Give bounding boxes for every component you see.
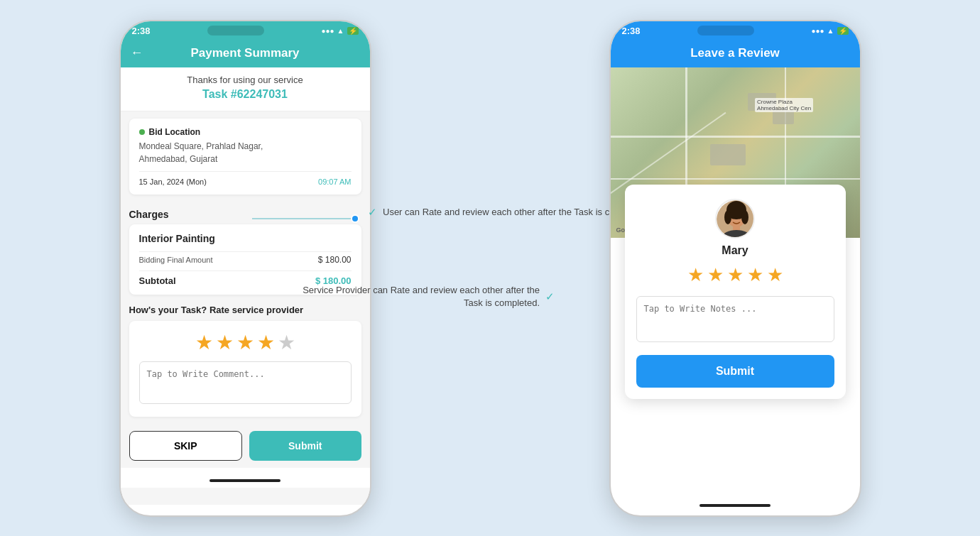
review-star-2[interactable]: ★ xyxy=(707,264,724,286)
star-1[interactable]: ★ xyxy=(195,331,213,354)
review-star-4[interactable]: ★ xyxy=(747,264,763,286)
charges-section: Charges Interior Painting Bidding Final … xyxy=(121,202,370,297)
reviewer-name: Mary xyxy=(636,244,834,257)
green-dot-icon xyxy=(139,129,145,135)
bid-location-label: Bid Location xyxy=(139,127,352,137)
task-number: Task #62247031 xyxy=(132,88,359,101)
submit-button-right[interactable]: Submit xyxy=(636,355,834,388)
svg-point-9 xyxy=(741,210,748,224)
review-star-5[interactable]: ★ xyxy=(767,264,783,286)
left-phone: 2:38 ●●● ▲ ⚡ ← Payment Summary Thanks fo… xyxy=(119,20,371,517)
comment-input[interactable] xyxy=(139,361,352,404)
review-star-3[interactable]: ★ xyxy=(727,264,744,286)
left-stars-row[interactable]: ★ ★ ★ ★ ★ xyxy=(139,331,352,354)
svg-point-13 xyxy=(739,215,741,219)
submit-button-left[interactable]: Submit xyxy=(249,431,361,461)
rating-card: ★ ★ ★ ★ ★ xyxy=(129,321,361,417)
home-indicator xyxy=(121,468,370,488)
location-time: 09:07 AM xyxy=(318,177,351,186)
right-home-bar xyxy=(699,504,771,507)
star-4[interactable]: ★ xyxy=(257,331,275,354)
location-address: Mondeal Square, Prahlad Nagar, Ahmedabad… xyxy=(139,140,352,165)
location-card: Bid Location Mondeal Square, Prahlad Nag… xyxy=(129,119,361,195)
charge-row: Bidding Final Amount $ 180.00 xyxy=(139,251,352,268)
home-bar xyxy=(209,479,281,482)
svg-point-8 xyxy=(724,210,731,224)
bottom-annotation: ✓ Service Provider can Rate and review e… xyxy=(284,284,555,310)
top-annotation: ✓ User can Rate and review each other af… xyxy=(368,206,650,219)
map-label-crowne: Crowne PlazaAhmedabad City Cen xyxy=(755,98,813,112)
bottom-check-icon: ✓ xyxy=(545,290,555,303)
right-time: 2:38 xyxy=(622,26,641,36)
reviewer-avatar xyxy=(715,199,755,239)
right-status-bar: 2:38 ●●● ▲ ⚡ xyxy=(611,21,860,39)
right-phone: 2:38 ●●● ▲ ⚡ Leave a Review Crowne Plaza… xyxy=(609,20,861,517)
review-stars-row[interactable]: ★ ★ ★ ★ ★ xyxy=(636,264,834,286)
back-button[interactable]: ← xyxy=(131,45,143,60)
left-status-bar: 2:38 ●●● ▲ ⚡ xyxy=(121,21,370,39)
bottom-annotation-text: Service Provider can Rate and review eac… xyxy=(284,284,540,310)
right-app-header: Leave a Review xyxy=(611,39,860,67)
rating-section: How's your Task? Rate service provider ★… xyxy=(121,297,370,424)
location-footer: 15 Jan, 2024 (Mon) 09:07 AM xyxy=(139,171,352,186)
thanks-text: Thanks for using our service xyxy=(132,75,359,85)
left-time: 2:38 xyxy=(132,26,151,36)
map-road-h2 xyxy=(611,178,860,180)
action-buttons: SKIP Submit xyxy=(121,424,370,468)
review-star-1[interactable]: ★ xyxy=(687,264,704,286)
location-date: 15 Jan, 2024 (Mon) xyxy=(139,177,207,186)
review-modal: Mary ★ ★ ★ ★ ★ Submit xyxy=(625,185,846,399)
skip-button[interactable]: SKIP xyxy=(129,431,243,461)
service-name: Interior Painting xyxy=(139,233,352,244)
left-header-title: Payment Summary xyxy=(190,46,299,60)
left-app-header: ← Payment Summary xyxy=(121,39,370,67)
charges-title: Charges xyxy=(129,209,361,220)
right-status-icons: ●●● ▲ ⚡ xyxy=(811,27,848,35)
thanks-section: Thanks for using our service Task #62247… xyxy=(121,67,370,111)
star-2[interactable]: ★ xyxy=(216,331,234,354)
bidding-label: Bidding Final Amount xyxy=(139,256,213,264)
bidding-amount: $ 180.00 xyxy=(318,255,352,265)
map-road-h1 xyxy=(611,136,860,138)
top-check-icon: ✓ xyxy=(368,206,377,219)
svg-point-12 xyxy=(731,215,734,219)
subtotal-label: Subtotal xyxy=(139,275,176,286)
right-home-indicator xyxy=(611,497,860,510)
left-status-icons: ●●● ▲ ⚡ xyxy=(321,27,358,35)
notes-input[interactable] xyxy=(636,296,834,342)
map-building-3 xyxy=(710,144,746,165)
star-5[interactable]: ★ xyxy=(278,331,295,354)
star-3[interactable]: ★ xyxy=(236,331,254,354)
right-header-title: Leave a Review xyxy=(690,46,780,60)
